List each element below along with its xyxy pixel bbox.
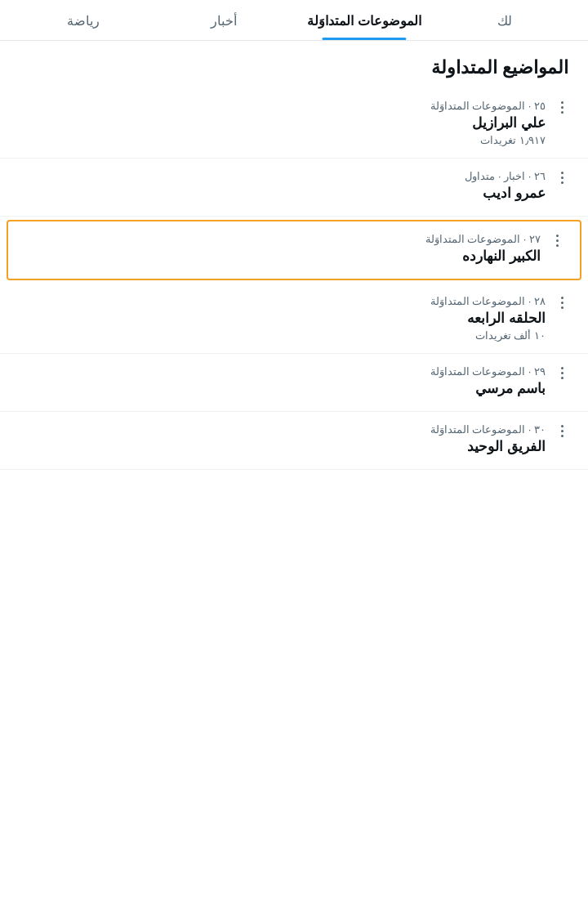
trending-title-4: الحلقه الرابعه xyxy=(13,310,546,327)
trending-item-4[interactable]: ٢٨ · الموضوعات المتداوَلة الحلقه الرابعه… xyxy=(0,284,588,354)
tab-sports[interactable]: رياضة xyxy=(13,0,154,40)
dot xyxy=(561,372,564,374)
trending-content-4: ٢٨ · الموضوعات المتداوَلة الحلقه الرابعه… xyxy=(13,295,546,342)
dot xyxy=(561,302,564,304)
trending-title-5: باسم مرسي xyxy=(13,380,546,397)
trending-list: ٢٥ · الموضوعات المتداوَلة علي البرازيل ١… xyxy=(0,88,588,470)
trending-item-6[interactable]: ٣٠ · الموضوعات المتداوَلة الفريق الوحيد xyxy=(0,412,588,470)
tab-news[interactable]: أخبار xyxy=(154,0,294,40)
trending-content-3: ٢٧ · الموضوعات المتداوَلة الكبير النهارد… xyxy=(18,233,541,267)
trending-category-5: ٢٩ · الموضوعات المتداوَلة xyxy=(13,365,546,378)
dot xyxy=(561,106,564,109)
trending-item-1[interactable]: ٢٥ · الموضوعات المتداوَلة علي البرازيل ١… xyxy=(0,88,588,159)
more-options-icon-4[interactable] xyxy=(555,295,568,309)
more-options-icon-3[interactable] xyxy=(550,233,564,247)
dot xyxy=(561,435,564,437)
trending-content-1: ٢٥ · الموضوعات المتداوَلة علي البرازيل ١… xyxy=(13,100,546,146)
dot xyxy=(561,430,564,432)
page-title: المواضيع المتداولة xyxy=(20,57,568,78)
trending-content-5: ٢٩ · الموضوعات المتداوَلة باسم مرسي xyxy=(13,365,546,400)
trending-category-6: ٣٠ · الموضوعات المتداوَلة xyxy=(13,423,546,436)
trending-item-5[interactable]: ٢٩ · الموضوعات المتداوَلة باسم مرسي xyxy=(0,354,588,412)
trending-category-2: ٢٦ · اخبار · متداول xyxy=(13,170,546,182)
trending-content-2: ٢٦ · اخبار · متداول عمرو اديب xyxy=(13,170,546,204)
trending-title-1: علي البرازيل xyxy=(13,114,546,132)
tab-for-you[interactable]: لك xyxy=(434,0,575,40)
dot xyxy=(561,367,564,369)
dot xyxy=(556,239,559,242)
trending-title-2: عمرو اديب xyxy=(13,185,546,202)
dot xyxy=(561,377,564,379)
dot xyxy=(561,306,564,309)
dot xyxy=(561,297,564,299)
more-options-icon-6[interactable] xyxy=(555,423,568,437)
trending-count-4: ١٠ ألف تغريدات xyxy=(13,329,546,342)
page-title-container: المواضيع المتداولة xyxy=(0,41,588,88)
trending-item-3[interactable]: ٢٧ · الموضوعات المتداوَلة الكبير النهارد… xyxy=(7,220,581,280)
dot xyxy=(561,111,564,114)
dot xyxy=(561,425,564,427)
dot xyxy=(561,172,564,174)
nav-tabs: لك الموضوعات المتداوَلة أخبار رياضة xyxy=(0,0,588,41)
tab-trending[interactable]: الموضوعات المتداوَلة xyxy=(294,0,434,40)
dot xyxy=(561,181,564,184)
dot xyxy=(556,244,559,247)
dot xyxy=(561,101,564,104)
trending-item-2[interactable]: ٢٦ · اخبار · متداول عمرو اديب xyxy=(0,159,588,217)
trending-category-3: ٢٧ · الموضوعات المتداوَلة xyxy=(18,233,541,245)
trending-title-3: الكبير النهارده xyxy=(18,248,541,265)
trending-count-1: ١٫٩١٧ تغريدات xyxy=(13,134,546,146)
dot xyxy=(561,177,564,179)
trending-category-1: ٢٥ · الموضوعات المتداوَلة xyxy=(13,100,546,112)
more-options-icon-5[interactable] xyxy=(555,365,568,379)
more-options-icon-1[interactable] xyxy=(555,100,568,114)
trending-title-6: الفريق الوحيد xyxy=(13,438,546,455)
trending-category-4: ٢٨ · الموضوعات المتداوَلة xyxy=(13,295,546,307)
trending-content-6: ٣٠ · الموضوعات المتداوَلة الفريق الوحيد xyxy=(13,423,546,458)
dot xyxy=(556,235,559,237)
more-options-icon-2[interactable] xyxy=(555,170,568,184)
